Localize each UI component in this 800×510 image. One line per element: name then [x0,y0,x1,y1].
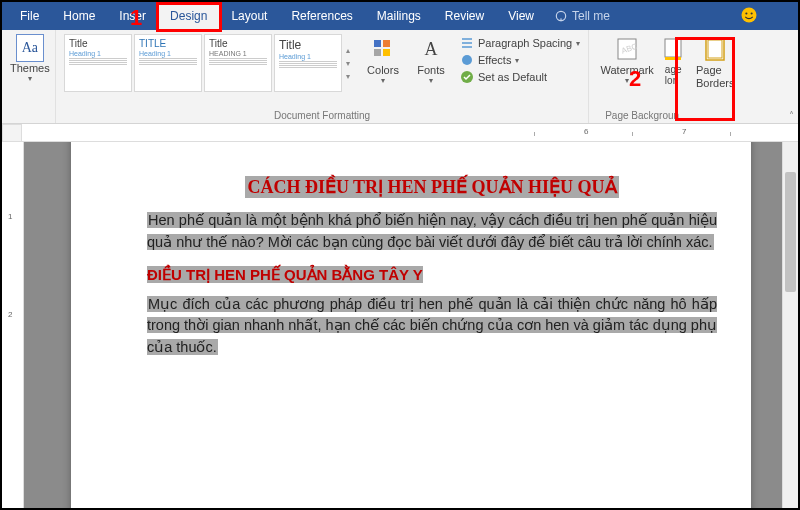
style-card[interactable]: TitleHeading 1 [64,34,132,92]
subheading[interactable]: ĐIỀU TRỊ HEN PHẾ QUẢN BẰNG TÂY Y [147,266,423,283]
collapse-ribbon-button[interactable]: ˄ [789,110,794,121]
tab-view[interactable]: View [496,2,546,30]
colors-icon [370,36,396,62]
tab-design[interactable]: Design [158,2,219,30]
themes-button[interactable]: Aa Themes ▾ [10,34,50,83]
fonts-icon: A [418,36,444,62]
tab-references[interactable]: References [279,2,364,30]
paragraph-spacing-icon [460,36,474,50]
svg-rect-14 [665,57,681,60]
vruler-tick: 2 [8,310,12,319]
svg-point-2 [742,8,757,23]
tab-insert[interactable]: Inser [107,2,158,30]
svg-rect-6 [383,40,390,47]
document-page[interactable]: CÁCH ĐIỀU TRỊ HEN PHẾ QUẢN HIỆU QUẢ Hen … [71,142,751,508]
paragraph-1[interactable]: Hen phế quản là một bệnh khá phổ biến hi… [147,212,717,250]
checkmark-icon [460,70,474,84]
style-gallery[interactable]: TitleHeading 1 TITLEHeading 1 TitleHEADI… [64,34,358,92]
style-card[interactable]: TITLEHeading 1 [134,34,202,92]
paragraph-spacing-button[interactable]: Paragraph Spacing▾ [460,36,580,50]
effects-button[interactable]: Effects▾ [460,53,580,67]
tab-layout[interactable]: Layout [219,2,279,30]
tab-file[interactable]: File [8,2,51,30]
tell-me-label: Tell me [572,9,610,23]
style-card[interactable]: TitleHEADING 1 [204,34,272,92]
tab-mailings[interactable]: Mailings [365,2,433,30]
ruler-corner [2,124,22,142]
set-default-button[interactable]: Set as Default [460,70,580,84]
svg-rect-8 [383,49,390,56]
svg-point-9 [462,55,472,65]
tab-home[interactable]: Home [51,2,107,30]
svg-rect-5 [374,40,381,47]
svg-rect-15 [706,38,724,60]
svg-point-3 [745,12,747,14]
ruler-tick: 6 [584,127,588,136]
vertical-ruler[interactable]: 1 2 [2,142,24,508]
fonts-button[interactable]: A Fonts▾ [408,34,454,87]
svg-rect-7 [374,49,381,56]
tab-review[interactable]: Review [433,2,496,30]
document-title[interactable]: CÁCH ĐIỀU TRỊ HEN PHẾ QUẢN HIỆU QUẢ [245,176,618,198]
page-borders-icon [702,36,728,62]
themes-label: Themes [10,62,50,74]
svg-rect-13 [665,39,681,57]
page-borders-button[interactable]: Page Borders [689,34,741,91]
page-borders-label: Page Borders [696,64,735,89]
page-color-label: age lor [665,64,682,86]
horizontal-ruler[interactable]: 6 7 [2,124,798,142]
scrollbar-thumb[interactable] [785,172,796,292]
watermark-label: Watermark [601,64,654,76]
vruler-tick: 1 [8,212,12,221]
effects-icon [460,53,474,67]
themes-icon: Aa [16,34,44,62]
gallery-scroll[interactable]: ▴▾▾ [344,34,358,92]
chevron-down-icon: ▾ [28,74,32,83]
svg-rect-1 [560,18,561,21]
group-label-doc-formatting: Document Formatting [64,110,580,121]
vertical-scrollbar[interactable] [782,142,798,508]
fonts-label: Fonts [417,64,445,76]
feedback-smiley-icon[interactable] [740,6,758,24]
colors-label: Colors [367,64,399,76]
tell-me-search[interactable]: Tell me [554,2,610,30]
ruler-tick: 7 [682,127,686,136]
watermark-button[interactable]: ABC Watermark▾ [597,34,657,87]
page-color-icon [660,36,686,62]
style-card[interactable]: TitleHeading 1 [274,34,342,92]
colors-button[interactable]: Colors▾ [360,34,406,87]
page-color-button[interactable]: age lor [659,34,687,88]
group-label-page-bg: Page Backgroun [597,110,741,121]
svg-point-4 [751,12,753,14]
paragraph-2[interactable]: Mục đích của các phương pháp điều trị he… [147,296,717,356]
watermark-icon: ABC [614,36,640,62]
